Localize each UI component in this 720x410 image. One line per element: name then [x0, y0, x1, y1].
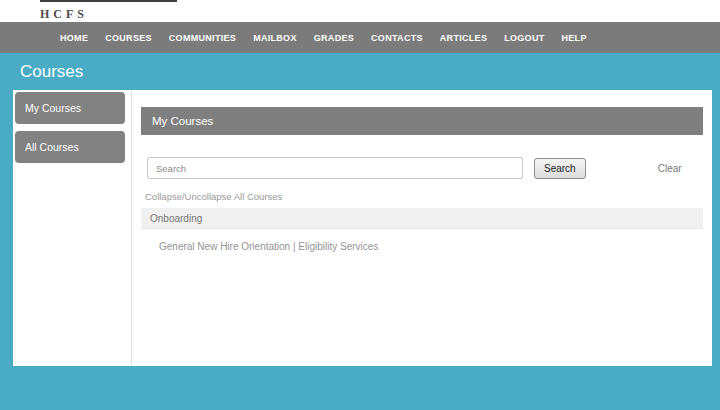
- top-strip: HCFS: [0, 0, 720, 22]
- nav-item-home[interactable]: HOME: [60, 33, 88, 43]
- clear-link[interactable]: Clear: [658, 163, 682, 174]
- collapse-all-courses-link[interactable]: Collapse/Uncollapse All Courses: [145, 191, 703, 202]
- sidebar-item-all-courses[interactable]: All Courses: [15, 131, 125, 163]
- content-area: My Courses All Courses My Courses Search…: [13, 90, 712, 366]
- nav-item-courses[interactable]: COURSES: [105, 33, 152, 43]
- sidebar-item-my-courses[interactable]: My Courses: [15, 92, 125, 124]
- nav-item-contacts[interactable]: CONTACTS: [371, 33, 423, 43]
- sidebar: My Courses All Courses: [13, 90, 131, 366]
- main-nav: HOME COURSES COMMUNITIES MAILBOX GRADES …: [0, 22, 720, 53]
- logo: HCFS: [40, 0, 177, 22]
- nav-item-logout[interactable]: LOGOUT: [504, 33, 544, 43]
- main-panel: My Courses Search Clear Collapse/Uncolla…: [131, 90, 712, 366]
- search-button[interactable]: Search: [534, 158, 586, 179]
- page-background: Courses My Courses All Courses My Course…: [0, 53, 720, 410]
- nav-item-mailbox[interactable]: MAILBOX: [253, 33, 297, 43]
- screen: HCFS HOME COURSES COMMUNITIES MAILBOX GR…: [0, 0, 720, 410]
- course-section-header-onboarding[interactable]: Onboarding: [141, 208, 703, 229]
- search-row: Search Clear: [147, 157, 703, 179]
- logo-text: HCFS: [40, 7, 88, 21]
- nav-item-grades[interactable]: GRADES: [314, 33, 354, 43]
- nav-item-help[interactable]: HELP: [561, 33, 586, 43]
- nav-item-articles[interactable]: ARTICLES: [440, 33, 487, 43]
- page-title: Courses: [0, 53, 720, 90]
- course-link-general-new-hire-orientation[interactable]: General New Hire Orientation | Eligibili…: [159, 241, 703, 252]
- search-input[interactable]: [147, 157, 523, 179]
- panel-header-title: My Courses: [141, 107, 703, 135]
- nav-item-communities[interactable]: COMMUNITIES: [169, 33, 236, 43]
